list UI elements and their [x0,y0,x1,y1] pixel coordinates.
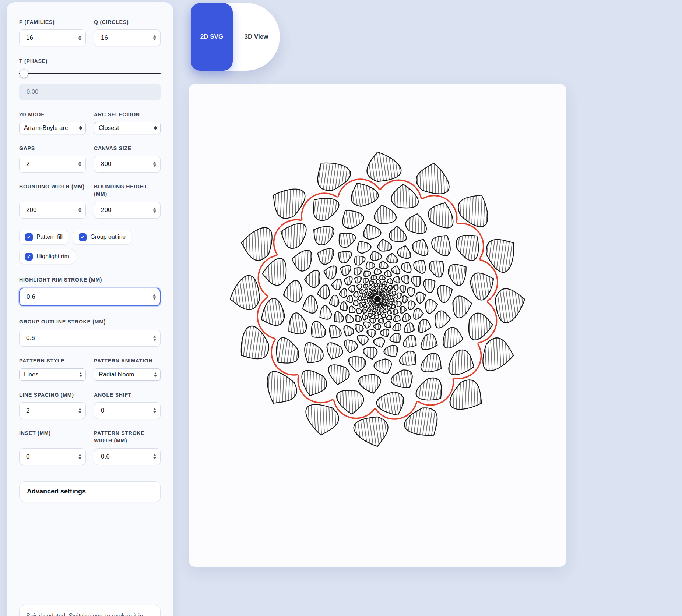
stepper-icon[interactable] [153,35,156,41]
bounding-height-label: BOUNDING HEIGHT (MM) [94,183,161,198]
pattern-style-label: PATTERN STYLE [19,357,86,364]
bounding-height-value: 200 [101,206,111,214]
bounding-width-field[interactable]: 200 [19,202,86,219]
slider-track[interactable] [19,73,161,74]
pattern-animation-select[interactable]: Radial bloom [94,368,161,381]
highlight-rim-stroke-field[interactable]: 0.6 [19,288,161,306]
checkbox-checked-icon[interactable] [79,233,87,241]
arc-selection-value: Closest [99,124,119,131]
t-phase-label: T (PHASE) [19,57,161,65]
stepper-icon[interactable] [153,207,156,213]
highlight-rim-stroke-value: 0.6 [27,293,35,301]
bounding-width-label: BOUNDING WIDTH (MM) [19,183,86,190]
status-message: Spiral updated. Switch views to explore … [19,605,161,616]
group-outline-label: Group outline [90,234,126,240]
t-phase-value: 0.00 [19,84,161,100]
q-circles-label: Q (CIRCLES) [94,18,161,26]
stepper-icon[interactable] [78,408,81,413]
pattern-stroke-width-value: 0.6 [101,453,110,460]
slider-thumb[interactable] [20,70,28,78]
inset-label: INSET (MM) [19,429,86,437]
mode-2d-value: Arram-Boyle arc [24,124,68,131]
inset-field[interactable]: 0 [19,448,86,465]
stepper-icon[interactable] [153,294,156,300]
group-outline-checkbox[interactable]: Group outline [73,230,131,245]
text-caret [36,293,36,301]
canvas-size-label: CANVAS SIZE [94,145,161,152]
stepper-icon[interactable] [78,454,81,459]
line-spacing-value: 2 [26,407,29,414]
angle-shift-field[interactable]: 0 [94,402,161,419]
pattern-fill-checkbox[interactable]: Pattern fill [19,230,68,245]
checkbox-checked-icon[interactable] [25,233,33,241]
mode-2d-label: 2D MODE [19,111,86,118]
canvas-size-field[interactable]: 800 [94,156,161,173]
inset-value: 0 [26,453,29,460]
arc-selection-select[interactable]: Closest [94,122,161,134]
tab-2d-svg[interactable]: 2D SVG [191,3,233,71]
q-circles-field[interactable]: 16 [94,29,161,46]
select-caret-icon [154,126,157,130]
highlight-rim-stroke-label: HIGHLIGHT RIM STROKE (MM) [19,276,161,283]
gaps-field[interactable]: 2 [19,156,86,173]
settings-sidebar: P (FAMILIES) Q (CIRCLES) 16 16 T (PHASE)… [7,2,173,616]
angle-shift-value: 0 [101,407,104,414]
stepper-icon[interactable] [153,162,156,167]
pattern-animation-value: Radial bloom [99,371,134,378]
p-families-field[interactable]: 16 [19,29,86,46]
highlight-rim-label: Highlight rim [36,253,69,260]
arc-selection-label: ARC SELECTION [94,111,161,118]
q-circles-value: 16 [101,34,108,42]
tab-3d-view[interactable]: 3D View [233,3,280,71]
pattern-style-select[interactable]: Lines [19,368,86,381]
stepper-icon[interactable] [153,408,156,413]
stepper-icon[interactable] [153,336,156,341]
bounding-width-value: 200 [26,206,36,214]
pattern-stroke-width-label: PATTERN STROKE WIDTH (MM) [94,429,161,445]
gaps-value: 2 [26,160,29,168]
preview-canvas [189,84,566,567]
t-phase-slider[interactable] [19,70,161,78]
group-outline-stroke-field[interactable]: 0.6 [19,330,161,347]
line-spacing-label: LINE SPACING (MM) [19,391,86,399]
canvas-size-value: 800 [101,160,111,168]
pattern-animation-label: PATTERN ANIMATION [94,357,161,364]
highlight-rim-checkbox[interactable]: Highlight rim [19,249,75,264]
stepper-icon[interactable] [78,207,81,213]
gaps-label: GAPS [19,145,86,152]
group-outline-stroke-value: 0.6 [26,334,35,342]
pattern-style-value: Lines [24,371,38,378]
checkbox-checked-icon[interactable] [25,253,33,261]
select-caret-icon [154,372,157,377]
p-families-label: P (FAMILIES) [19,18,86,26]
spiral-drawing [225,146,530,452]
advanced-settings-button[interactable]: Advanced settings [19,481,161,502]
line-spacing-field[interactable]: 2 [19,402,86,419]
stepper-icon[interactable] [78,162,81,167]
angle-shift-label: ANGLE SHIFT [94,391,161,399]
stepper-icon[interactable] [78,35,81,41]
pattern-fill-label: Pattern fill [36,234,63,240]
stepper-icon[interactable] [153,454,156,459]
mode-2d-select[interactable]: Arram-Boyle arc [19,122,86,134]
bounding-height-field[interactable]: 200 [94,202,161,219]
p-families-value: 16 [26,34,33,42]
pattern-stroke-width-field[interactable]: 0.6 [94,448,161,465]
select-caret-icon [79,126,82,130]
group-outline-stroke-label: GROUP OUTLINE STROKE (MM) [19,318,161,325]
select-caret-icon [79,372,82,377]
view-tabs: 2D SVG 3D View [191,3,280,71]
